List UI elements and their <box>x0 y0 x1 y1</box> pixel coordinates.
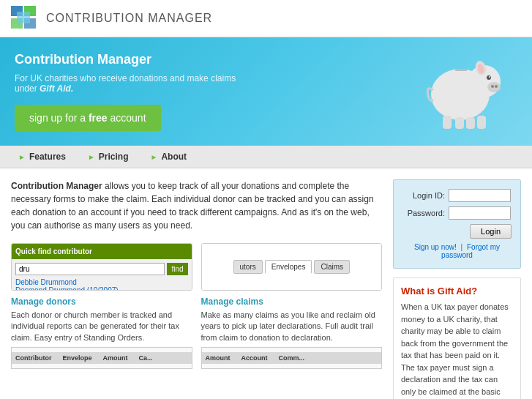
svg-rect-17 <box>477 116 486 129</box>
nav-about-label: About <box>161 152 187 162</box>
login-id-row: Login ID: <box>402 189 512 202</box>
th-account: Account <box>241 354 268 362</box>
quick-find-input-row: find <box>15 263 188 275</box>
claims-tabs-mock: utors Envelopes Claims <box>202 244 382 290</box>
feature-claims-desc: Make as many claims as you like and recl… <box>201 310 383 343</box>
svg-point-11 <box>489 76 490 78</box>
gift-aid-text: When a UK tax payer donates money to a U… <box>401 301 513 399</box>
intro-bold: Contribution Manager <box>11 181 102 191</box>
claims-tab-claims[interactable]: Claims <box>314 260 350 274</box>
logo-icon <box>11 6 39 31</box>
th-contributor: Contributor <box>15 354 52 362</box>
signup-link[interactable]: Sign up now! <box>414 243 457 251</box>
header: Contribution Manager <box>0 0 532 37</box>
feature-claims-title: Manage claims <box>201 297 383 307</box>
th-ca: Ca... <box>139 354 153 362</box>
feature-claims: utors Envelopes Claims Manage claims Mak… <box>201 243 383 369</box>
nav-pricing[interactable]: ► Pricing <box>77 146 140 168</box>
claims-table-header: Amount Account Comm... <box>202 352 382 364</box>
logo-text: Contribution Manager <box>46 12 212 25</box>
feature-donors-title: Manage donors <box>11 297 192 307</box>
svg-rect-15 <box>455 117 464 129</box>
feature-donors: Quick find contributor find Debbie Drumm… <box>11 243 192 369</box>
hero-description: For UK charities who receive donations a… <box>15 73 249 94</box>
claims-tab-utors[interactable]: utors <box>233 260 263 274</box>
login-btn-row: Login <box>402 224 512 239</box>
main-content: Contribution Manager allows you to keep … <box>0 168 532 399</box>
login-links: Sign up now! | Forgot my password <box>402 243 512 259</box>
nav-pricing-label: Pricing <box>99 152 129 162</box>
quick-find-button[interactable]: find <box>167 263 187 275</box>
result-1[interactable]: Debbie Drummond <box>15 278 188 286</box>
link-separator: | <box>461 243 463 251</box>
nav-features-label: Features <box>29 152 66 162</box>
claims-table-mock: Amount Account Comm... <box>201 347 383 369</box>
svg-rect-16 <box>466 117 475 129</box>
login-button[interactable]: Login <box>470 224 512 239</box>
quick-find-results: Debbie Drummond Desmond Drummond (10/200… <box>15 278 188 291</box>
password-row: Password: <box>402 206 512 220</box>
donors-screenshot: Quick find contributor find Debbie Drumm… <box>11 243 192 291</box>
th-envelope: Envelope <box>63 354 92 362</box>
login-box: Login ID: Password: Login Sign up now! |… <box>393 179 521 269</box>
navigation: ► Features ► Pricing ► About <box>0 146 532 168</box>
nav-arrow-features: ► <box>18 153 26 161</box>
nav-features[interactable]: ► Features <box>7 146 77 168</box>
hero-section: Contribution Manager For UK charities wh… <box>0 37 532 146</box>
gift-aid-box: What is Gift Aid? When a UK tax payer do… <box>393 277 521 399</box>
svg-point-7 <box>487 82 501 92</box>
password-input[interactable] <box>449 206 511 220</box>
svg-point-10 <box>487 75 491 80</box>
feature-donors-desc: Each donor or church member is tracked a… <box>11 310 192 343</box>
nav-about[interactable]: ► About <box>140 146 198 168</box>
intro-paragraph: Contribution Manager allows you to keep … <box>11 179 382 232</box>
nav-arrow-pricing: ► <box>88 153 95 161</box>
svg-point-8 <box>491 85 494 88</box>
donors-table-header: Contributor Envelope Amount Ca... <box>12 352 192 364</box>
svg-rect-18 <box>455 69 467 71</box>
result-2[interactable]: Desmond Drummond (10/2007) <box>15 286 188 291</box>
gift-aid-title: What is Gift Aid? <box>401 286 513 297</box>
login-id-label: Login ID: <box>402 191 445 200</box>
quick-find-header: Quick find contributor <box>12 244 192 259</box>
claims-screenshot: utors Envelopes Claims <box>201 243 383 291</box>
content-area: Contribution Manager allows you to keep … <box>11 179 382 399</box>
svg-rect-4 <box>17 12 30 23</box>
password-label: Password: <box>402 209 445 217</box>
donors-table-mock: Contributor Envelope Amount Ca... <box>11 347 192 369</box>
features-grid: Quick find contributor find Debbie Drumm… <box>11 243 382 369</box>
svg-rect-14 <box>443 116 452 129</box>
th-comm: Comm... <box>279 354 305 362</box>
svg-point-9 <box>495 85 498 88</box>
claims-tab-envelopes[interactable]: Envelopes <box>265 260 312 274</box>
login-id-input[interactable] <box>449 189 511 202</box>
quick-find-input[interactable] <box>15 263 165 275</box>
th-amount: Amount <box>103 354 128 362</box>
signup-button[interactable]: sign up for a free account <box>15 105 161 131</box>
th-amount2: Amount <box>206 354 231 362</box>
nav-arrow-about: ► <box>151 153 158 161</box>
piggy-bank-image <box>415 45 503 133</box>
quick-find-body: find Debbie Drummond Desmond Drummond (1… <box>12 259 192 291</box>
sidebar: Login ID: Password: Login Sign up now! |… <box>393 179 521 399</box>
